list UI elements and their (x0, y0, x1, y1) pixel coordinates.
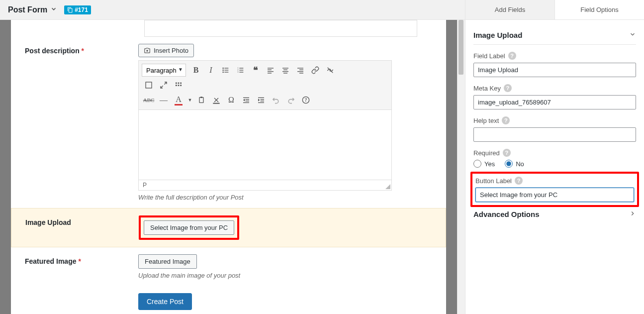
canvas-rail-left (0, 20, 11, 314)
help-tooltip-icon[interactable]: ? (508, 52, 516, 60)
scrollbar-track[interactable] (457, 20, 465, 314)
horizontal-rule-icon[interactable]: — (157, 94, 171, 106)
field-label-group: Field Label ? (473, 52, 636, 77)
align-right-icon[interactable] (293, 64, 307, 77)
svg-rect-38 (246, 99, 249, 100)
svg-marker-46 (258, 99, 260, 101)
help-tooltip-icon[interactable]: ? (502, 116, 510, 124)
advanced-options-toggle[interactable]: Advanced Options (473, 204, 636, 220)
sidebar-tabs: Add Fields Field Options (465, 0, 644, 20)
svg-point-1 (222, 68, 224, 69)
advanced-options-label: Advanced Options (473, 210, 540, 218)
svg-rect-21 (297, 68, 303, 68)
undo-icon[interactable] (269, 94, 283, 106)
featured-image-row: Featured Image * Featured Image Upload t… (25, 247, 432, 286)
align-center-icon[interactable] (278, 64, 292, 77)
svg-marker-41 (243, 99, 245, 101)
svg-rect-45 (258, 103, 264, 103)
post-description-help: Write the full description of your Post (138, 194, 432, 201)
svg-rect-44 (261, 101, 264, 101)
svg-point-3 (222, 72, 224, 73)
svg-rect-15 (268, 71, 274, 72)
svg-line-28 (161, 86, 163, 88)
previous-field-placeholder[interactable] (144, 20, 417, 37)
chevron-down-icon (629, 31, 636, 39)
meta-key-input[interactable] (473, 95, 636, 109)
align-left-icon[interactable] (264, 64, 277, 77)
svg-rect-4 (224, 68, 228, 68)
format-select[interactable]: Paragraph (142, 64, 186, 77)
svg-text:3: 3 (237, 71, 239, 73)
svg-rect-40 (243, 103, 249, 103)
bullet-list-icon[interactable] (219, 64, 233, 77)
svg-rect-11 (239, 70, 243, 70)
svg-rect-24 (299, 73, 303, 73)
resize-handle-icon[interactable] (385, 184, 390, 189)
toolbar-toggle-icon[interactable] (172, 79, 185, 92)
required-yes-radio[interactable]: Yes (473, 160, 495, 168)
link-icon[interactable] (308, 64, 322, 77)
number-list-icon[interactable]: 123 (234, 64, 248, 77)
indent-icon[interactable] (254, 94, 268, 106)
svg-rect-36 (200, 97, 202, 98)
editor-content-area[interactable] (139, 110, 391, 180)
image-upload-label: Image Upload (25, 215, 139, 240)
select-image-button[interactable]: Select Image from your PC (144, 220, 234, 235)
page-title: Post Form (8, 5, 47, 14)
chevron-down-icon[interactable] (50, 5, 57, 14)
text-color-icon[interactable]: A (172, 94, 185, 106)
post-description-row: Post description * Insert Photo (25, 37, 432, 208)
featured-image-button[interactable]: Featured Image (138, 254, 197, 269)
special-char-icon[interactable]: Ω (224, 94, 238, 106)
help-text-input[interactable] (473, 127, 636, 142)
bold-icon[interactable]: B (189, 64, 203, 77)
panel-header[interactable]: Image Upload (473, 26, 636, 45)
required-label: Required ? (473, 149, 636, 157)
help-tooltip-icon[interactable]: ? (515, 177, 523, 185)
tab-field-options[interactable]: Field Options (555, 0, 644, 20)
fullscreen-icon[interactable] (142, 79, 156, 92)
featured-image-help: Upload the main image of your post (138, 272, 432, 279)
text-color-dropdown-icon[interactable]: ▼ (186, 94, 193, 106)
svg-line-27 (164, 82, 167, 85)
insert-photo-button[interactable]: Insert Photo (138, 44, 194, 57)
svg-rect-19 (282, 71, 288, 72)
button-label-group: Button Label ? (475, 177, 634, 202)
field-label-input[interactable] (473, 63, 636, 77)
paste-text-icon[interactable] (194, 94, 208, 106)
form-id-badge[interactable]: #171 (64, 5, 91, 14)
button-label-input[interactable] (475, 188, 634, 202)
redo-icon[interactable] (284, 94, 298, 106)
svg-point-2 (222, 70, 224, 71)
outdent-icon[interactable] (239, 94, 253, 106)
italic-icon[interactable]: I (204, 64, 218, 77)
svg-rect-35 (199, 98, 203, 103)
help-tooltip-icon[interactable]: ? (504, 84, 512, 92)
svg-rect-30 (178, 83, 180, 84)
svg-rect-43 (261, 99, 264, 100)
create-post-button[interactable]: Create Post (138, 293, 192, 310)
tab-add-fields[interactable]: Add Fields (465, 0, 555, 20)
clear-formatting-icon[interactable] (209, 94, 223, 106)
post-description-label: Post description * (25, 44, 138, 201)
svg-rect-13 (268, 68, 274, 68)
svg-rect-32 (176, 85, 177, 86)
help-icon[interactable]: ? (299, 94, 313, 106)
svg-rect-34 (180, 85, 182, 86)
svg-rect-20 (283, 73, 287, 73)
unlink-icon[interactable] (323, 64, 337, 77)
field-label-label: Field Label ? (473, 52, 636, 60)
svg-rect-23 (297, 71, 303, 72)
scrollbar-thumb[interactable] (459, 20, 463, 75)
svg-point-0 (146, 50, 148, 52)
button-label-label: Button Label ? (475, 177, 634, 185)
svg-rect-26 (146, 82, 152, 88)
required-no-radio[interactable]: No (505, 160, 524, 168)
svg-rect-42 (258, 98, 264, 98)
blockquote-icon[interactable]: ❝ (249, 64, 263, 77)
featured-image-label: Featured Image * (25, 254, 138, 279)
help-tooltip-icon[interactable]: ? (503, 149, 511, 157)
expand-icon[interactable] (157, 79, 171, 92)
strikethrough-icon[interactable]: ABC (142, 94, 156, 106)
svg-rect-29 (176, 83, 177, 84)
